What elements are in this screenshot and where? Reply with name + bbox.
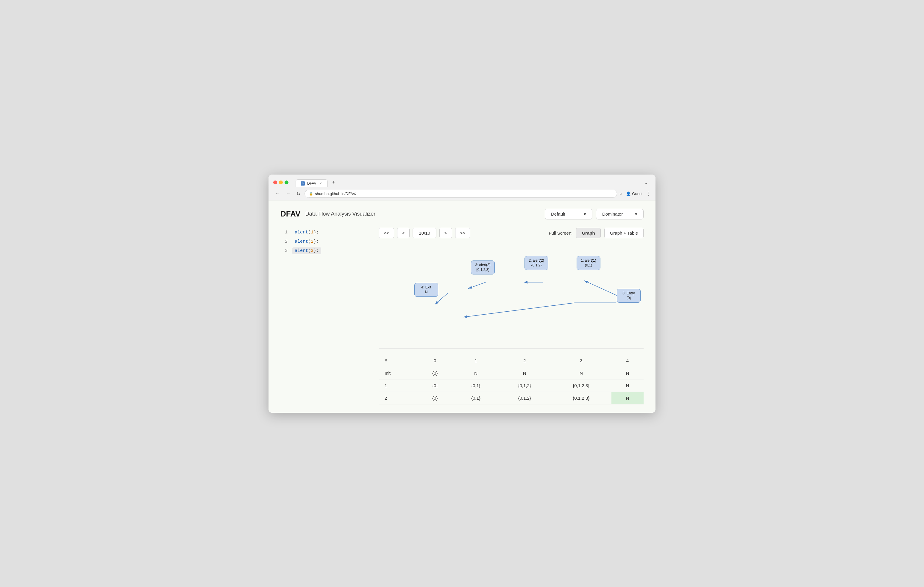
maximize-button[interactable]: [285, 181, 289, 184]
next-button[interactable]: >: [439, 228, 452, 238]
tab-bar: D DFAV ✕ +: [295, 178, 639, 187]
svg-line-1: [584, 280, 619, 296]
nav-bar: ← → ↻ 🔒 shumbo.github.io/DFAV/ ⌕ 👤 Guest…: [269, 187, 655, 200]
browser-tab[interactable]: D DFAV ✕: [295, 179, 328, 187]
address-bar[interactable]: 🔒 shumbo.github.io/DFAV/: [305, 190, 617, 198]
row-init-0: {0}: [416, 367, 454, 379]
graph-node-2: 2: alert(2) {0,1,2}: [525, 256, 548, 270]
svg-line-5: [468, 282, 486, 288]
title-bar: D DFAV ✕ + ⌄: [269, 174, 655, 187]
row-init-1: N: [454, 367, 498, 379]
code-line-3: 3 alert(3);: [280, 246, 373, 255]
svg-line-3: [464, 303, 574, 317]
graph-node-entry: 0: Entry {0}: [617, 289, 640, 303]
nav-right: ⌕ 👤 Guest ⋮: [619, 191, 651, 197]
row-init-4: N: [611, 367, 644, 379]
row-1-3: {0,1,2,3}: [551, 379, 612, 391]
main-layout: 1 alert(1); 2 alert(2); 3 alert(3);: [280, 228, 644, 404]
line-content-1: alert(1);: [292, 229, 321, 236]
last-button[interactable]: >>: [455, 228, 470, 238]
app-content: DFAV Data-Flow Analysis Visualizer Defau…: [269, 201, 655, 413]
node-entry-set: {0}: [620, 296, 637, 301]
user-avatar-icon: 👤: [626, 191, 631, 196]
table-row: Init {0} N N N N: [379, 367, 644, 379]
reload-button[interactable]: ↻: [295, 190, 302, 197]
back-button[interactable]: ←: [273, 190, 282, 197]
row-2-1: {0,1}: [454, 391, 498, 404]
node-3-set: {0,1,2,3}: [474, 267, 492, 272]
header-dropdowns: Default ▾ Dominator ▾: [545, 209, 644, 219]
prev-button[interactable]: <: [397, 228, 410, 238]
line-content-3: alert(3);: [292, 247, 321, 254]
graph-node-3: 3: alert(3) {0,1,2,3}: [471, 260, 495, 275]
nav-controls: << < 10/10 > >> Full Screen: Graph Graph…: [379, 228, 644, 238]
user-menu[interactable]: 👤 Guest: [626, 191, 642, 196]
step-counter: 10/10: [412, 228, 436, 238]
dominator-dropdown-icon: ▾: [635, 211, 637, 217]
app-logo: DFAV: [280, 209, 300, 219]
keyword-alert-2: alert: [295, 239, 308, 244]
row-init-label: Init: [379, 367, 416, 379]
table-section: # 0 1 2 3 4 Init: [379, 348, 644, 404]
node-1-set: {0,1}: [580, 263, 597, 268]
first-button[interactable]: <<: [379, 228, 394, 238]
node-2-label: 2: alert(2): [528, 258, 545, 263]
search-icon[interactable]: ⌕: [619, 191, 622, 196]
code-line-1: 1 alert(1);: [280, 228, 373, 237]
col-0: 0: [416, 354, 454, 367]
data-table: # 0 1 2 3 4 Init: [379, 354, 644, 404]
node-entry-label: 0: Entry: [620, 291, 637, 296]
app-subtitle: Data-Flow Analysis Visualizer: [305, 211, 545, 217]
app-header: DFAV Data-Flow Analysis Visualizer Defau…: [280, 209, 644, 219]
line-number-3: 3: [280, 248, 287, 253]
fullscreen-controls: Full Screen: Graph Graph + Table: [549, 228, 644, 238]
graph-node-1: 1: alert(1) {0,1}: [577, 256, 601, 270]
row-1-label: 1: [379, 379, 416, 391]
graph-node-exit: 4: Exit N: [414, 283, 438, 297]
user-label: Guest: [632, 191, 642, 196]
col-2: 2: [498, 354, 551, 367]
keyword-alert-3: alert: [295, 248, 308, 253]
row-1-2: {0,1,2}: [498, 379, 551, 391]
browser-menu-icon[interactable]: ⋮: [646, 191, 651, 197]
graph-button[interactable]: Graph: [576, 228, 601, 238]
col-4: 4: [611, 354, 644, 367]
default-dropdown-label: Default: [551, 211, 565, 217]
line-content-2: alert(2);: [292, 238, 321, 245]
row-2-3: {0,1,2,3}: [551, 391, 612, 404]
browser-more-icon[interactable]: ⌄: [642, 178, 651, 187]
node-1-label: 1: alert(1): [580, 258, 597, 263]
node-exit-set: N: [417, 289, 435, 295]
browser-window: D DFAV ✕ + ⌄ ← → ↻ 🔒 shumbo.github.io/DF…: [269, 174, 655, 413]
row-init-3: N: [551, 367, 612, 379]
table-header-row: # 0 1 2 3 4: [379, 354, 644, 367]
tab-title: DFAV: [307, 181, 316, 186]
node-exit-label: 4: Exit: [417, 285, 435, 290]
graph-area: 0: Entry {0} 1: alert(1) {0,1} 2: alert(…: [379, 244, 644, 339]
col-3: 3: [551, 354, 612, 367]
row-1-4: N: [611, 379, 644, 391]
code-panel: 1 alert(1); 2 alert(2); 3 alert(3);: [280, 228, 373, 404]
close-button[interactable]: [273, 181, 277, 184]
minimize-button[interactable]: [279, 181, 283, 184]
node-2-set: {0,1,2}: [528, 263, 545, 268]
tab-close-icon[interactable]: ✕: [318, 181, 323, 186]
default-dropdown-icon: ▾: [584, 211, 586, 217]
right-panel: << < 10/10 > >> Full Screen: Graph Graph…: [373, 228, 644, 404]
new-tab-button[interactable]: +: [329, 178, 338, 187]
row-1-1: {0,1}: [454, 379, 498, 391]
graph-table-button[interactable]: Graph + Table: [604, 228, 644, 238]
traffic-lights: [273, 181, 289, 184]
table-row: 1 {0} {0,1} {0,1,2} {0,1,2,3} N: [379, 379, 644, 391]
line-number-2: 2: [280, 239, 287, 244]
line-number-1: 1: [280, 230, 287, 235]
browser-chrome: D DFAV ✕ + ⌄ ← → ↻ 🔒 shumbo.github.io/DF…: [269, 174, 655, 201]
default-dropdown[interactable]: Default ▾: [545, 209, 592, 219]
col-hash: #: [379, 354, 416, 367]
forward-button[interactable]: →: [284, 190, 292, 197]
node-3-label: 3: alert(3): [474, 263, 492, 268]
dominator-dropdown[interactable]: Dominator ▾: [596, 209, 644, 219]
row-init-2: N: [498, 367, 551, 379]
row-1-0: {0}: [416, 379, 454, 391]
fullscreen-label: Full Screen:: [549, 230, 573, 235]
